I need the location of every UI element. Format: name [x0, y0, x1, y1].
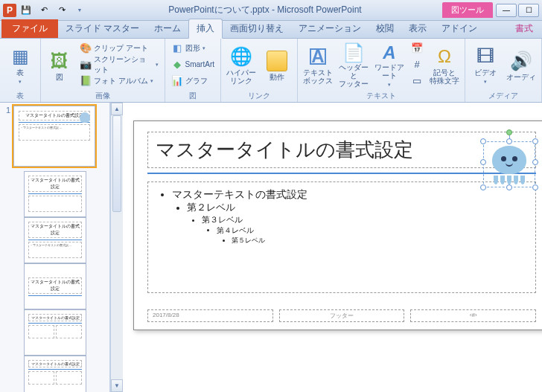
insert-action-button[interactable]: 動作	[260, 40, 294, 89]
tab-insert[interactable]: 挿入	[188, 19, 223, 39]
insert-screenshot-button[interactable]: 📷スクリーンショット ▾	[77, 57, 161, 72]
screenshot-icon: 📷	[80, 59, 92, 71]
resize-handle[interactable]	[480, 159, 486, 165]
resize-handle[interactable]	[532, 184, 538, 190]
tab-animations[interactable]: アニメーション	[291, 19, 369, 38]
slide-number: 1	[1, 106, 10, 115]
number-icon: #	[411, 59, 423, 71]
title-bar: P 💾 ↶ ↷ ▼ PowerPointについて.pptx - Microsof…	[0, 0, 542, 21]
insert-wordart-button[interactable]: A ワードアート▾	[372, 40, 406, 89]
insert-photoalbum-button[interactable]: 📗フォト アルバム ▾	[77, 73, 161, 89]
tab-review[interactable]: 校閲	[369, 19, 401, 38]
layout-thumbnail[interactable]: マスタータイトルの書式設定	[24, 309, 86, 356]
master-thumbnail[interactable]: マスタータイトルの書式設定 ・マスターテキストの書式設…	[13, 106, 95, 167]
redo-icon[interactable]: ↷	[54, 2, 70, 19]
ribbon-tabs: ファイル スライド マスター ホーム 挿入 画面切り替え アニメーション 校閲 …	[0, 21, 542, 39]
slide-editor: マスタータイトルの書式設定	[123, 103, 542, 392]
insert-shapes-button[interactable]: ◧図形 ▾	[168, 40, 217, 56]
resize-handle[interactable]	[480, 184, 486, 190]
selected-shape[interactable]	[476, 132, 542, 192]
resize-handle[interactable]	[532, 138, 538, 144]
octopus-clipart[interactable]	[489, 146, 529, 181]
group-label-links: リンク	[224, 90, 294, 102]
album-icon: 📗	[80, 75, 92, 87]
tab-addins[interactable]: アドイン	[434, 19, 485, 38]
tab-transitions[interactable]: 画面切り替え	[223, 19, 291, 38]
insert-table-button[interactable]: ▦ 表▾	[3, 40, 37, 89]
bullet-level-3: 第３レベル	[202, 214, 526, 225]
insert-smartart-button[interactable]: ◆SmartArt	[168, 57, 217, 72]
master-slide[interactable]: マスタータイトルの書式設定	[133, 121, 542, 330]
smartart-icon: ◆	[171, 59, 183, 71]
picture-icon: 🖼	[48, 49, 71, 73]
group-label-text: テキスト	[301, 90, 462, 102]
scroll-up-icon[interactable]: ▲	[111, 103, 123, 115]
rotation-handle[interactable]	[506, 129, 512, 135]
date-placeholder[interactable]: 2017/8/28	[147, 309, 273, 322]
insert-date-button[interactable]: 📅	[408, 40, 426, 56]
insert-textbox-button[interactable]: A テキスト ボックス	[301, 40, 335, 89]
group-illustrations: ◧図形 ▾ ◆SmartArt 📊グラフ 図	[165, 39, 221, 102]
layout-thumbnail[interactable]: マスタータイトルの書式設定	[24, 171, 86, 217]
workspace: 1 マスタータイトルの書式設定 ・マスターテキストの書式設… マスタータイトルの…	[0, 103, 542, 392]
footer-placeholder[interactable]: フッター	[279, 309, 405, 322]
contextual-tab-label: 図ツール	[442, 2, 493, 18]
body-placeholder[interactable]: マスターテキストの書式設定 第２レベル 第３レベル 第４レベル 第５レベル	[147, 181, 536, 293]
chart-icon: 📊	[171, 75, 183, 87]
insert-hyperlink-button[interactable]: 🌐 ハイパーリンク	[224, 40, 258, 89]
title-text: マスタータイトルの書式設定	[156, 138, 413, 161]
video-icon: 🎞	[474, 45, 497, 68]
bullet-level-4: 第４レベル	[217, 225, 526, 236]
group-label-media: メディア	[468, 90, 538, 102]
insert-picture-button[interactable]: 🖼 図	[44, 40, 75, 89]
resize-handle[interactable]	[506, 184, 512, 190]
thumbnail-scrollbar[interactable]: ▲ ▼	[110, 103, 123, 392]
resize-handle[interactable]	[506, 138, 512, 144]
insert-chart-button[interactable]: 📊グラフ	[168, 73, 217, 89]
layout-thumbnail[interactable]: マスタータイトルの書式設定	[24, 263, 86, 309]
save-icon[interactable]: 💾	[18, 2, 34, 19]
tab-format[interactable]: 書式	[508, 19, 541, 38]
insert-slidenum-button[interactable]: #	[408, 57, 426, 72]
insert-video-button[interactable]: 🎞 ビデオ▾	[468, 40, 503, 89]
tab-view[interactable]: 表示	[401, 19, 434, 38]
bullet-level-2: 第２レベル	[187, 202, 526, 214]
insert-audio-button[interactable]: 🔊 オーディ	[504, 40, 538, 89]
tab-home[interactable]: ホーム	[147, 19, 188, 38]
tab-slidemaster[interactable]: スライド マスター	[58, 19, 147, 38]
layout-thumbnail[interactable]: マスタータイトルの書式設定・マスターテキストの書式設…	[24, 217, 86, 263]
undo-icon[interactable]: ↶	[36, 2, 52, 19]
clipart-icon: 🎨	[80, 42, 92, 54]
app-icon[interactable]: P	[3, 4, 16, 17]
insert-headerfooter-button[interactable]: 📄 ヘッダーと フッター	[337, 40, 371, 89]
pagenum-placeholder[interactable]: ‹#›	[410, 309, 536, 322]
minimize-button[interactable]: —	[496, 4, 517, 17]
scrollbar-thumb[interactable]	[112, 115, 121, 212]
window-title: PowerPointについて.pptx - Microsoft PowerPoi…	[88, 4, 442, 16]
group-links: 🌐 ハイパーリンク 動作 リンク	[221, 39, 298, 102]
layout-thumbnail[interactable]: マスタータイトルの書式設定	[24, 356, 86, 392]
textbox-icon: A	[306, 45, 330, 68]
group-label-images: 画像	[44, 90, 162, 102]
insert-symbol-button[interactable]: Ω 記号と 特殊文字	[427, 40, 462, 89]
group-label-illustrations: 図	[168, 90, 217, 102]
table-icon: ▦	[8, 45, 32, 68]
object-icon: ▭	[411, 75, 423, 87]
resize-handle[interactable]	[480, 138, 486, 144]
bullet-level-5: 第５レベル	[232, 236, 526, 245]
resize-handle[interactable]	[532, 159, 538, 165]
qat-dropdown-icon[interactable]: ▼	[71, 2, 88, 19]
title-placeholder[interactable]: マスタータイトルの書式設定	[147, 132, 536, 168]
globe-icon: 🌐	[229, 45, 253, 68]
octopus-icon	[80, 112, 90, 123]
slide-thumbnail-panel: 1 マスタータイトルの書式設定 ・マスターテキストの書式設… マスタータイトルの…	[0, 103, 110, 392]
scroll-down-icon[interactable]: ▼	[111, 379, 123, 392]
ribbon: ▦ 表▾ 表 🖼 図 🎨クリップ アート 📷スクリーンショット ▾ 📗フォト ア…	[0, 39, 542, 103]
insert-object-button[interactable]: ▭	[408, 73, 426, 89]
bullet-level-1: マスターテキストの書式設定	[172, 188, 526, 202]
maximize-button[interactable]: ☐	[518, 4, 539, 17]
quick-access-toolbar: P 💾 ↶ ↷ ▼	[3, 2, 88, 19]
group-media: 🎞 ビデオ▾ 🔊 オーディ メディア	[465, 39, 542, 102]
tab-file[interactable]: ファイル	[1, 19, 58, 38]
action-icon	[265, 49, 289, 73]
